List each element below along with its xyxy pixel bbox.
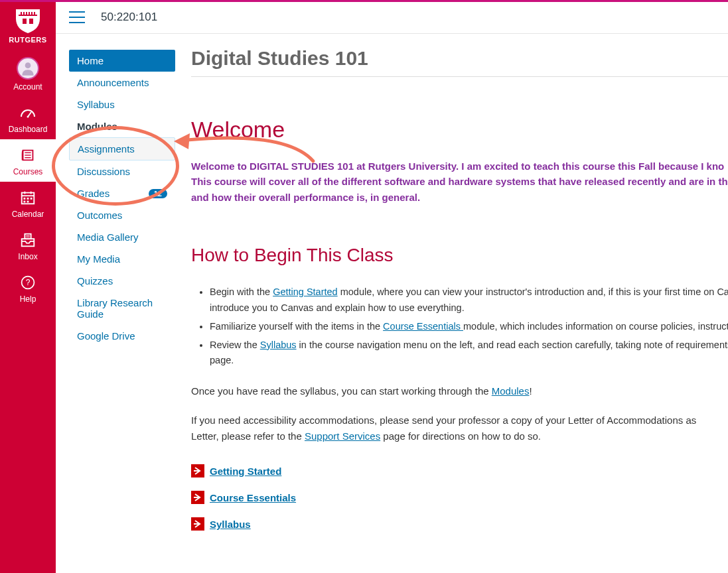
quicklink-course-essentials[interactable]: Course Essentials	[210, 492, 296, 503]
link-modules[interactable]: Modules	[492, 385, 530, 397]
svg-rect-6	[34, 12, 35, 16]
course-nav-outcomes[interactable]: Outcomes	[69, 204, 175, 226]
svg-rect-19	[24, 198, 26, 200]
shield-icon	[13, 8, 42, 34]
inbox-icon	[19, 231, 37, 249]
quick-links: Getting Started Course Essentials Syllab…	[191, 464, 728, 531]
global-nav-account[interactable]: Account	[0, 50, 56, 97]
rutgers-logo[interactable]: RUTGERS	[8, 8, 48, 44]
course-nav-home[interactable]: Home	[69, 50, 175, 72]
course-nav-grades[interactable]: Grades12	[69, 182, 175, 204]
global-nav-dashboard[interactable]: Dashboard	[0, 97, 56, 139]
svg-rect-25	[25, 234, 31, 239]
dashboard-icon	[19, 103, 37, 122]
brand-text: RUTGERS	[8, 36, 48, 44]
course-nav-announcements[interactable]: Announcements	[69, 72, 175, 94]
quicklink-getting-started[interactable]: Getting Started	[210, 466, 281, 477]
course-nav-quizzes[interactable]: Quizzes	[69, 270, 175, 292]
global-nav-inbox[interactable]: Inbox	[0, 224, 56, 267]
svg-rect-5	[31, 12, 33, 16]
course-nav-discussions[interactable]: Discussions	[69, 160, 175, 182]
divider	[191, 76, 728, 77]
welcome-body: Welcome to DIGITAL STUDIES 101 at Rutger…	[191, 159, 728, 205]
list-item: Familiarize yourself with the items in t…	[210, 319, 728, 335]
list-item: Begin with the Getting Started module, w…	[210, 285, 728, 316]
loading-bar	[0, 0, 728, 2]
course-nav: Home Announcements Syllabus Modules Assi…	[56, 34, 175, 573]
quicklink-syllabus[interactable]: Syllabus	[210, 519, 251, 530]
howto-list: Begin with the Getting Started module, w…	[210, 285, 728, 369]
welcome-heading: Welcome	[191, 117, 728, 143]
svg-rect-2	[23, 12, 25, 16]
modules-paragraph: Once you have read the syllabus, you can…	[191, 383, 728, 399]
course-nav-modules[interactable]: Modules	[69, 115, 175, 137]
svg-text:?: ?	[26, 278, 31, 287]
course-nav-assignments[interactable]: Assignments	[69, 137, 175, 160]
avatar-icon	[17, 57, 39, 80]
link-syllabus[interactable]: Syllabus	[260, 340, 297, 350]
help-icon: ?	[19, 273, 37, 292]
svg-rect-21	[31, 198, 33, 200]
global-nav: RUTGERS Account Dashboard Courses Calend	[0, 0, 56, 573]
grades-badge: 12	[149, 189, 167, 198]
svg-rect-4	[29, 12, 30, 16]
page-content: Digital Studies 101 Welcome Welcome to D…	[175, 34, 728, 573]
svg-rect-23	[27, 201, 29, 203]
arrow-right-icon	[191, 491, 204, 504]
course-nav-library-guide[interactable]: Library Research Guide	[69, 292, 175, 325]
svg-point-9	[25, 62, 31, 68]
list-item: Review the Syllabus in the course naviga…	[210, 338, 728, 369]
arrow-right-icon	[191, 517, 204, 531]
svg-rect-1	[21, 12, 22, 16]
global-nav-help[interactable]: ? Help	[0, 267, 56, 309]
courses-icon	[19, 146, 37, 164]
svg-rect-3	[26, 12, 27, 16]
course-nav-media-gallery[interactable]: Media Gallery	[69, 226, 175, 248]
quicklink-row: Syllabus	[191, 517, 728, 531]
hamburger-menu-icon[interactable]	[69, 11, 85, 23]
course-nav-syllabus[interactable]: Syllabus	[69, 94, 175, 115]
svg-point-11	[27, 116, 29, 118]
page-title: Digital Studies 101	[191, 47, 728, 70]
svg-rect-8	[29, 19, 33, 24]
svg-rect-22	[24, 201, 26, 203]
link-getting-started[interactable]: Getting Started	[273, 286, 338, 297]
breadcrumb-bar: 50:220:101	[56, 0, 728, 34]
course-nav-google-drive[interactable]: Google Drive	[69, 325, 175, 347]
course-nav-my-media[interactable]: My Media	[69, 248, 175, 270]
breadcrumb[interactable]: 50:220:101	[101, 11, 157, 24]
global-nav-courses[interactable]: Courses	[0, 139, 56, 182]
link-support-services[interactable]: Support Services	[305, 430, 380, 442]
quicklink-row: Course Essentials	[191, 491, 728, 504]
global-nav-calendar[interactable]: Calendar	[0, 182, 56, 224]
svg-rect-20	[27, 198, 29, 200]
svg-rect-7	[23, 19, 27, 24]
howto-heading: How to Begin This Class	[191, 245, 728, 266]
arrow-right-icon	[191, 464, 204, 478]
quicklink-row: Getting Started	[191, 464, 728, 478]
link-course-essentials[interactable]: Course Essentials	[383, 321, 463, 332]
accessibility-paragraph: If you need accessibility accommodations…	[191, 413, 728, 444]
calendar-icon	[19, 188, 37, 207]
